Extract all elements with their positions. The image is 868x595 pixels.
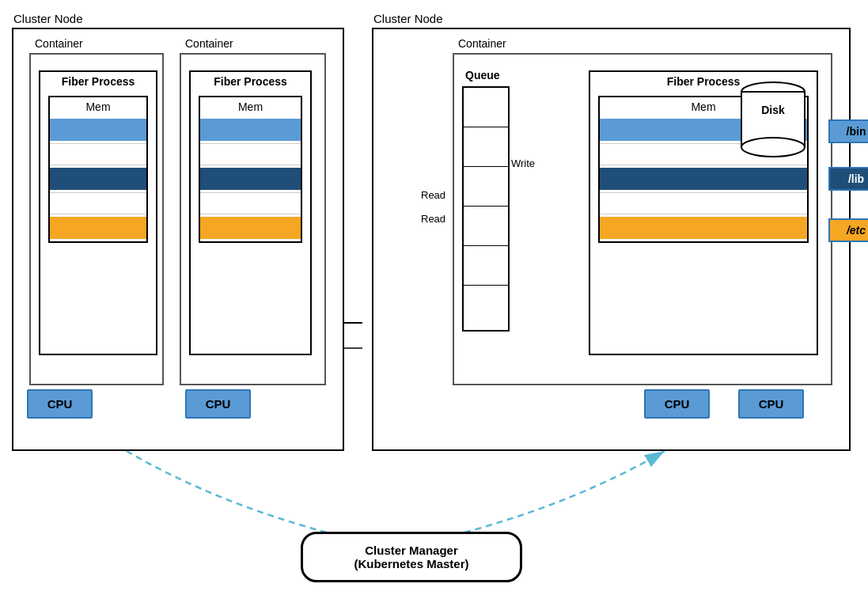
queue-box [462,86,510,332]
right-fp: Fiber Process Mem [589,70,818,355]
disk-label: Disk [737,104,809,116]
left-container-2-label: Container [185,37,233,50]
read-label-2: Read [421,213,445,225]
stripe-bd3 [600,168,807,190]
left-cpu-2: CPU [185,389,251,419]
stripe-w23 [600,192,807,214]
left-mem-1-label: Mem [50,97,146,116]
right-container-label: Container [458,37,506,50]
diagram-container: Cluster Node Container Fiber Process Mem… [0,0,868,595]
cluster-manager: Cluster Manager (Kubernetes Master) [301,532,522,582]
left-fp-2-label: Fiber Process [191,72,310,91]
write-label: Write [511,157,535,169]
stripe-blue-light [50,119,146,141]
right-cluster-label: Cluster Node [373,12,443,25]
left-fp-2: Fiber Process Mem [189,70,312,355]
stripe-w2 [200,143,301,165]
stripe-white [50,143,146,165]
left-cluster-label: Cluster Node [13,12,83,25]
right-container: Container Fiber Process Mem [453,53,832,385]
disk-bin-label: /bin [828,119,868,143]
left-mem-2: Mem [199,96,302,243]
stripe-yellow [50,217,146,239]
left-cpu-1: CPU [27,389,93,419]
stripe-w22 [200,192,301,214]
left-fp-1: Fiber Process Mem [39,70,157,355]
disk-etc-label: /etc [828,218,868,242]
left-fp-1-label: Fiber Process [40,72,156,91]
right-cpu-2: CPU [738,389,804,419]
disk-cylinder-container: Disk [737,80,809,159]
stripe-white2 [50,192,146,214]
left-cluster-node: Cluster Node Container Fiber Process Mem… [12,28,344,451]
cluster-manager-line1: Cluster Manager [322,544,501,557]
disk-lib-label: /lib [828,167,868,191]
left-container-2: Container Fiber Process Mem [180,53,326,385]
stripe-y2 [200,217,301,239]
stripe-y3 [600,217,807,239]
right-cluster-node: Cluster Node Container Fiber Process Mem [372,28,851,451]
left-mem-1: Mem [48,96,148,243]
cluster-manager-line2: (Kubernetes Master) [322,557,501,570]
stripe-bd2 [200,168,301,190]
queue-label: Queue [465,69,500,81]
right-cpu-1: CPU [644,389,710,419]
svg-point-19 [741,138,805,157]
left-container-1-label: Container [35,37,83,50]
left-container-1: Container Fiber Process Mem [29,53,164,385]
read-label-1: Read [421,189,445,201]
stripe-blue-dark [50,168,146,190]
stripe-bl2 [200,119,301,141]
left-mem-2-label: Mem [200,97,301,116]
